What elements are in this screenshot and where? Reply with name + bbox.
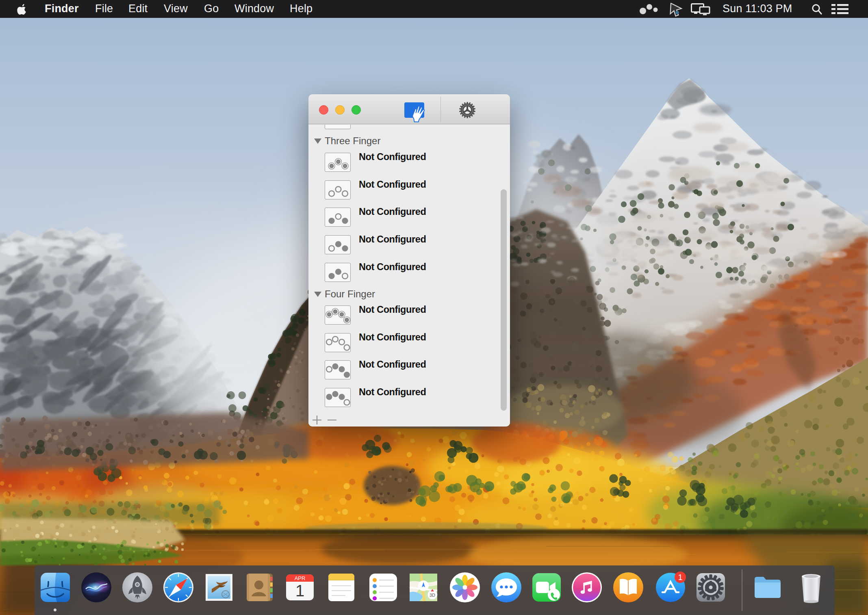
svg-text:APR: APR [295,575,306,581]
svg-text:1: 1 [295,582,304,600]
svg-text:1: 1 [678,573,682,582]
svg-text:3D: 3D [430,593,435,598]
